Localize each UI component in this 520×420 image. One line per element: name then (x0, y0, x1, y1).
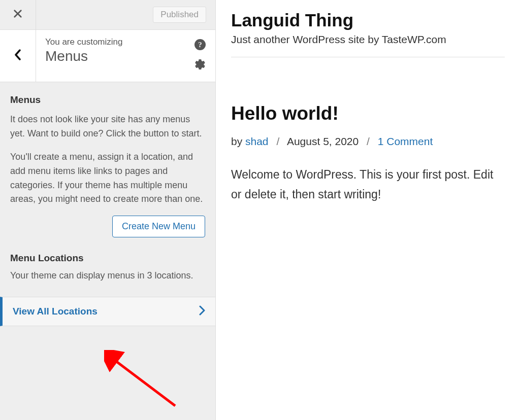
publish-status-button[interactable]: Published (153, 7, 206, 23)
post-author-link[interactable]: shad (245, 135, 269, 147)
header-content: You are customizing Menus ? (36, 30, 215, 82)
menu-locations-heading: Menu Locations (10, 253, 205, 264)
post-comments-link[interactable]: 1 Comment (378, 135, 433, 147)
post-body: Welcome to WordPress. This is your first… (231, 165, 505, 204)
back-button[interactable] (0, 30, 36, 82)
post-meta: by shad / August 5, 2020 / 1 Comment (231, 135, 505, 148)
close-icon (13, 9, 22, 20)
menu-locations-description: Your theme can display menus in 3 locati… (10, 269, 205, 283)
annotation-arrow-icon (104, 350, 185, 411)
section-header: You are customizing Menus ? (0, 30, 215, 82)
svg-line-2 (113, 359, 175, 406)
meta-separator: / (276, 135, 279, 147)
menus-description-1: It does not look like your site has any … (10, 113, 205, 141)
customizer-sidebar: Published You are customizing Menus ? (0, 0, 216, 420)
create-menu-button[interactable]: Create New Menu (112, 216, 205, 237)
site-tagline: Just another WordPress site by TasteWP.c… (231, 33, 505, 57)
post-meta-by: by (231, 135, 245, 147)
top-bar-actions: Published (36, 7, 215, 23)
top-bar: Published (0, 0, 215, 30)
site-preview: Languid Thing Just another WordPress sit… (216, 0, 520, 420)
close-button[interactable] (0, 0, 36, 30)
post-date: August 5, 2020 (287, 135, 359, 147)
svg-text:?: ? (198, 41, 202, 49)
view-all-locations-button[interactable]: View All Locations (0, 297, 215, 326)
sidebar-content: Menus It does not look like your site ha… (0, 82, 215, 290)
view-all-locations-label: View All Locations (13, 306, 98, 317)
header-icons: ? (194, 37, 206, 73)
customizing-label: You are customizing (45, 37, 194, 47)
gear-icon[interactable] (194, 58, 206, 73)
chevron-right-icon (199, 305, 205, 318)
chevron-left-icon (14, 49, 21, 62)
post-title[interactable]: Hello world! (231, 103, 505, 124)
site-title[interactable]: Languid Thing (231, 10, 505, 30)
meta-separator: / (367, 135, 370, 147)
menus-heading: Menus (10, 94, 205, 106)
menus-description-2: You'll create a menu, assign it a locati… (10, 150, 205, 207)
help-icon[interactable]: ? (194, 39, 206, 52)
header-text: You are customizing Menus (45, 37, 194, 64)
create-menu-row: Create New Menu (10, 216, 205, 237)
section-title: Menus (45, 48, 194, 64)
